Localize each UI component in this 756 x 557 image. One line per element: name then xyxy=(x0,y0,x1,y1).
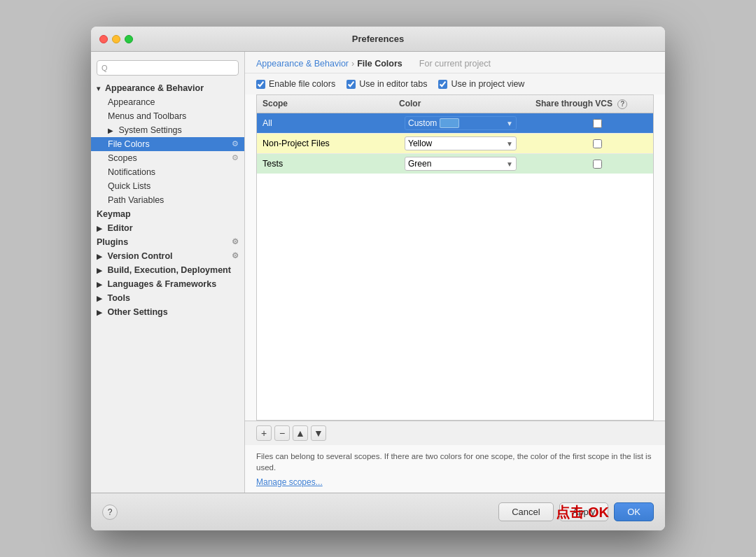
move-up-button[interactable]: ▲ xyxy=(293,425,308,441)
cancel-button[interactable]: Cancel xyxy=(498,502,553,521)
sidebar-item-scopes[interactable]: Scopes ⚙ xyxy=(91,151,244,165)
apply-button[interactable]: Apply xyxy=(559,502,609,521)
sidebar: Q ▾ Appearance & Behavior Appearance Men… xyxy=(91,52,245,493)
color-cell-all: Custom ▼ xyxy=(399,113,541,133)
table-toolbar: + − ▲ ▼ xyxy=(245,421,665,445)
breadcrumb: Appearance & Behavior › File Colors For … xyxy=(245,52,665,73)
color-dropdown-tests[interactable]: Green ▼ xyxy=(405,157,517,171)
color-cell-nonproj: Yellow ▼ xyxy=(399,134,541,153)
vcs-header: Share through VCS ? xyxy=(536,99,648,109)
vcs-checkbox-all[interactable] xyxy=(541,116,653,131)
sidebar-item-tools[interactable]: ▶ Tools xyxy=(91,291,244,305)
title-bar: Preferences xyxy=(91,27,665,52)
breadcrumb-current: File Colors xyxy=(357,59,402,69)
close-button[interactable] xyxy=(99,35,108,43)
ok-button[interactable]: OK xyxy=(614,502,654,521)
add-scope-button[interactable]: + xyxy=(256,425,272,441)
sidebar-item-version-control[interactable]: ▶ Version Control ⚙ xyxy=(91,249,244,263)
color-header: Color xyxy=(399,99,536,109)
color-dropdown-all[interactable]: Custom ▼ xyxy=(405,116,517,130)
search-box[interactable]: Q xyxy=(97,60,239,76)
sidebar-item-quick-lists[interactable]: Quick Lists xyxy=(91,179,244,193)
sidebar-item-languages-frameworks[interactable]: ▶ Languages & Frameworks xyxy=(91,277,244,291)
table-row[interactable]: Tests Green ▼ xyxy=(257,154,653,174)
sidebar-item-system-settings[interactable]: ▶ System Settings xyxy=(91,123,244,137)
scope-header: Scope xyxy=(262,99,399,109)
dropdown-arrow-tests: ▼ xyxy=(506,160,513,168)
other-arrow: ▶ xyxy=(97,309,102,316)
content-area: Appearance & Behavior › File Colors For … xyxy=(245,52,665,493)
sidebar-item-notifications[interactable]: Notifications xyxy=(91,165,244,179)
search-icon: Q xyxy=(102,64,108,72)
color-cell-tests: Green ▼ xyxy=(399,154,541,174)
search-input[interactable] xyxy=(111,63,234,73)
preferences-window: Preferences Q ▾ Appearance & Behavior Ap… xyxy=(91,27,665,530)
bottom-bar: ? 点击 OK Cancel Apply OK xyxy=(91,493,665,530)
sidebar-item-appearance-behavior[interactable]: ▾ Appearance & Behavior xyxy=(91,81,244,95)
table-row[interactable]: Non-Project Files Yellow ▼ xyxy=(257,134,653,154)
breadcrumb-separator: › xyxy=(351,59,354,69)
sidebar-item-other-settings[interactable]: ▶ Other Settings xyxy=(91,305,244,319)
enable-file-colors-label[interactable]: Enable file colors xyxy=(256,79,335,89)
expand-arrow: ▾ xyxy=(97,85,100,92)
table-header: Scope Color Share through VCS ? xyxy=(257,95,653,113)
dropdown-arrow-all: ▼ xyxy=(506,120,513,127)
breadcrumb-parent[interactable]: Appearance & Behavior xyxy=(256,59,349,69)
main-content: Q ▾ Appearance & Behavior Appearance Men… xyxy=(91,52,665,493)
sidebar-item-path-variables[interactable]: Path Variables xyxy=(91,193,244,207)
sidebar-item-build-execution[interactable]: ▶ Build, Execution, Deployment xyxy=(91,263,244,277)
sidebar-item-file-colors[interactable]: File Colors ⚙ xyxy=(91,137,244,151)
window-title: Preferences xyxy=(352,34,404,44)
use-in-editor-tabs-label[interactable]: Use in editor tabs xyxy=(346,79,427,89)
build-arrow: ▶ xyxy=(97,267,102,274)
vcs-checkbox-tests[interactable] xyxy=(541,157,653,171)
vcs-check-all[interactable] xyxy=(593,119,602,128)
file-colors-table: Scope Color Share through VCS ? All Cust… xyxy=(256,94,654,421)
lang-arrow: ▶ xyxy=(97,281,102,288)
editor-arrow: ▶ xyxy=(97,225,102,232)
scope-cell-nonproj: Non-Project Files xyxy=(257,136,399,151)
arrow-icon: ▶ xyxy=(108,127,113,134)
maximize-button[interactable] xyxy=(125,35,133,43)
sidebar-item-appearance[interactable]: Appearance xyxy=(91,95,244,109)
move-down-button[interactable]: ▼ xyxy=(311,425,326,441)
use-in-editor-tabs-checkbox[interactable] xyxy=(346,80,356,89)
vcs-checkbox-nonproj[interactable] xyxy=(541,136,653,151)
vc-arrow: ▶ xyxy=(97,253,102,260)
footer-description: Files can belong to several scopes. If t… xyxy=(245,445,665,476)
table-row[interactable]: All Custom ▼ xyxy=(257,113,653,134)
remove-scope-button[interactable]: − xyxy=(274,425,290,441)
use-in-project-view-checkbox[interactable] xyxy=(438,80,447,89)
sidebar-item-editor[interactable]: ▶ Editor xyxy=(91,221,244,235)
color-dropdown-nonproj[interactable]: Yellow ▼ xyxy=(405,136,517,150)
color-swatch-all xyxy=(440,118,459,128)
vcs-help-icon[interactable]: ? xyxy=(617,99,627,109)
tools-arrow: ▶ xyxy=(97,295,102,302)
traffic-lights xyxy=(99,35,133,43)
manage-scopes-link[interactable]: Manage scopes... xyxy=(245,476,665,493)
settings-icon-scopes: ⚙ xyxy=(232,153,239,162)
settings-icon-plugins: ⚙ xyxy=(232,237,239,246)
vcs-check-tests[interactable] xyxy=(593,160,602,169)
minimize-button[interactable] xyxy=(112,35,120,43)
settings-icon: ⚙ xyxy=(232,139,239,148)
scope-cell-tests: Tests xyxy=(257,156,399,171)
breadcrumb-project-link[interactable]: For current project xyxy=(419,59,491,69)
scope-cell-all: All xyxy=(257,115,399,131)
help-button[interactable]: ? xyxy=(102,505,118,520)
sidebar-item-plugins[interactable]: Plugins ⚙ xyxy=(91,235,244,249)
help-section: ? xyxy=(102,505,118,520)
vc-icon: ⚙ xyxy=(232,251,239,260)
use-in-project-view-label[interactable]: Use in project view xyxy=(438,79,524,89)
sidebar-item-keymap[interactable]: Keymap xyxy=(91,207,244,221)
dropdown-arrow-nonproj: ▼ xyxy=(506,140,513,148)
sidebar-item-menus-toolbars[interactable]: Menus and Toolbars xyxy=(91,109,244,123)
enable-file-colors-checkbox[interactable] xyxy=(256,80,265,89)
options-bar: Enable file colors Use in editor tabs Us… xyxy=(245,73,665,94)
vcs-check-nonproj[interactable] xyxy=(593,139,602,148)
